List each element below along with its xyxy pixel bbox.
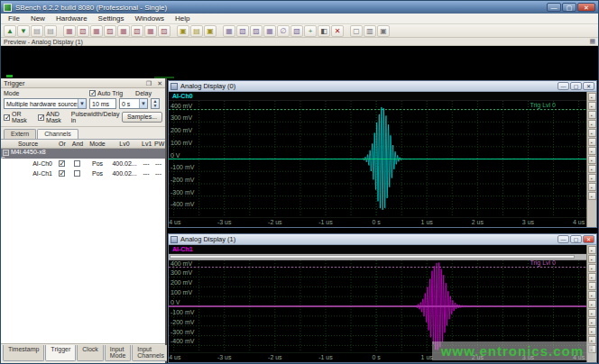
display-tool-icon[interactable]: ▪ — [588, 183, 596, 191]
display-tool-icon[interactable]: ▪ — [588, 264, 596, 272]
trigger-mode-select[interactable]: Multiple hardware sources with AND/OR ▼ — [4, 98, 87, 109]
display-tool-icon[interactable]: ▪ — [588, 111, 596, 119]
display-tool-icon[interactable]: ▪ — [588, 273, 596, 281]
menu-settings[interactable]: Settings — [93, 14, 130, 24]
auto-trig-timeout-field[interactable]: 10 ms — [89, 98, 116, 109]
single-mode-button[interactable]: ▦ — [144, 25, 157, 37]
maximize-button[interactable]: ▢ — [562, 3, 576, 12]
menu-help[interactable]: Help — [170, 14, 195, 24]
card-settings-button[interactable]: ▦ — [63, 25, 76, 37]
tab-input-channels[interactable]: Input Channels — [132, 345, 170, 361]
panel-close-icon[interactable]: ✕ — [157, 80, 162, 86]
or-checkbox[interactable] — [59, 170, 65, 177]
chevron-down-icon[interactable]: ▼ — [78, 99, 86, 108]
display1-close-button[interactable]: ✕ — [583, 235, 594, 243]
display-tool-icon[interactable]: ▪ — [588, 156, 596, 164]
erase-display-button[interactable]: ∅ — [277, 25, 290, 37]
close-display-button[interactable]: ✕ — [331, 25, 344, 37]
restore-display-button[interactable]: ▣ — [204, 25, 217, 37]
display-tool-icon[interactable]: ▪ — [588, 300, 596, 308]
display-tool-icon[interactable]: ▪ — [588, 138, 596, 146]
or-mask-checkbox[interactable] — [4, 114, 10, 121]
output-channels-button[interactable]: ▧ — [131, 25, 143, 37]
display0-close-button[interactable]: ✕ — [583, 82, 594, 90]
display-tool-icon[interactable]: ▪ — [588, 120, 596, 128]
display-tool-icon[interactable]: ▪ — [588, 147, 596, 155]
cascade-windows-button[interactable]: ▢ — [350, 25, 363, 37]
display0-maximize-button[interactable]: ▢ — [570, 82, 582, 90]
display1-plot[interactable]: 400 mV300 mV200 mV100 mV0 V-100 mV-200 m… — [169, 260, 586, 352]
export-button[interactable]: ▼ — [17, 25, 30, 37]
tab-extern[interactable]: Extern — [4, 129, 36, 139]
display-tool-icon[interactable]: ▪ — [588, 327, 596, 335]
menu-file[interactable]: File — [3, 14, 25, 24]
table-group-row[interactable]: −M4i.4450-x8 S... — [1, 149, 165, 159]
display1-hscrollbar[interactable] — [169, 254, 586, 260]
table-row[interactable]: AI-Ch0Pos400.02...------ — [1, 159, 165, 168]
menu-new[interactable]: New — [25, 14, 51, 24]
overlay-channels-button[interactable]: ◧ — [318, 25, 330, 37]
analog-display-button[interactable]: ▦ — [223, 25, 235, 37]
tab-timestamp[interactable]: Timestamp — [3, 345, 44, 361]
tile-windows-button[interactable]: ▥ — [364, 25, 376, 37]
trigger-settings-button[interactable]: ▨ — [104, 25, 116, 37]
import-button[interactable]: ▲ — [4, 25, 16, 37]
or-checkbox[interactable] — [59, 160, 65, 167]
scrollbar-thumb[interactable] — [170, 255, 575, 259]
clock-settings-button[interactable]: ▦ — [90, 25, 103, 37]
display0-plot[interactable]: 400 mV300 mV200 mV100 mV0 V-100 mV-200 m… — [169, 101, 586, 217]
display0-minimize-button[interactable]: — — [558, 82, 569, 90]
display-tool-icon[interactable]: ▪ — [588, 291, 596, 299]
display-tool-icon[interactable]: ▪ — [588, 318, 596, 326]
display-tool-icon[interactable]: ▪ — [588, 129, 596, 137]
display1-titlebar[interactable]: Analog Display (1) — ▢ ✕ — [169, 234, 596, 245]
display-tool-icon[interactable]: ▪ — [588, 93, 596, 101]
display1-maximize-button[interactable]: ▢ — [570, 235, 582, 243]
display-tool-icon[interactable]: ▪ — [588, 255, 596, 263]
collapse-icon[interactable]: − — [3, 150, 9, 156]
samples-button[interactable]: Samples... — [122, 112, 162, 123]
display-tool-icon[interactable]: ▪ — [588, 192, 596, 200]
minimize-button[interactable]: — — [547, 3, 561, 12]
export-display-button[interactable]: ▧ — [290, 25, 303, 37]
tab-input-mode[interactable]: Input Mode — [105, 345, 132, 361]
panel-float-icon[interactable]: ❐ — [146, 80, 152, 86]
digital-display-button[interactable]: ▧ — [236, 25, 249, 37]
and-checkbox[interactable] — [74, 160, 80, 167]
tab-trigger[interactable]: Trigger — [45, 345, 76, 361]
multi-display-button[interactable]: ▦ — [263, 25, 276, 37]
arrange-windows-button[interactable]: ▣ — [377, 25, 390, 37]
tab-clock[interactable]: Clock — [77, 345, 104, 361]
display-tool-icon[interactable]: ▪ — [588, 282, 596, 290]
menu-hardware[interactable]: Hardware — [51, 14, 93, 24]
delay-select[interactable]: 0 s ▼ — [119, 98, 148, 109]
preview-canvas[interactable] — [1, 46, 598, 78]
input-mode-button[interactable]: ▧ — [77, 25, 89, 37]
save-button[interactable]: ▤ — [31, 25, 43, 37]
save-display-button[interactable]: ▤ — [190, 25, 203, 37]
save-all-button[interactable]: ▤ — [44, 25, 57, 37]
display1-minimize-button[interactable]: — — [558, 235, 569, 243]
window-titlebar[interactable]: SBench 6.2.2 build 8080 (Professional - … — [1, 1, 598, 14]
auto-trig-checkbox[interactable] — [89, 90, 96, 96]
menu-windows[interactable]: Windows — [130, 14, 170, 24]
input-channels-button[interactable]: ▦ — [117, 25, 130, 37]
add-channel-button[interactable]: + — [304, 25, 317, 37]
display-tool-icon[interactable]: ▪ — [588, 174, 596, 182]
table-row[interactable]: AI-Ch1Pos400.02...------ — [1, 168, 165, 178]
display0-titlebar[interactable]: Analog Display (0) — ▢ ✕ — [169, 81, 596, 92]
new-display-button[interactable]: ▣ — [177, 25, 189, 37]
display-tool-icon[interactable]: ▪ — [588, 309, 596, 317]
preview-grid-icon[interactable]: ▦ — [589, 38, 595, 45]
display-tool-icon[interactable]: ▪ — [588, 165, 596, 173]
chevron-down-icon[interactable]: ▼ — [139, 99, 147, 108]
close-button[interactable]: ✕ — [577, 3, 595, 12]
and-checkbox[interactable] — [74, 170, 80, 177]
spectrum-display-button[interactable]: ▨ — [250, 25, 263, 37]
and-mask-checkbox[interactable] — [38, 114, 44, 121]
multi-mode-button[interactable]: ▨ — [158, 25, 170, 37]
display-tool-icon[interactable]: ▪ — [588, 246, 596, 254]
delay-stepper[interactable]: ▲▼ — [151, 98, 160, 109]
display-tool-icon[interactable]: ▪ — [588, 102, 596, 110]
tab-channels[interactable]: Channels — [37, 129, 78, 139]
